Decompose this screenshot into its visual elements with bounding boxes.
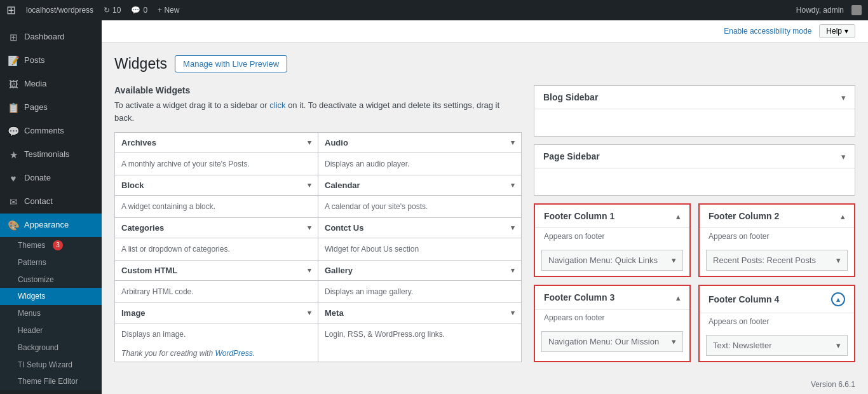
sidebar-item-appearance[interactable]: 🎨 Appearance — [0, 214, 102, 237]
page-sidebar-header[interactable]: Page Sidebar ▾ — [534, 145, 855, 168]
widget-calendar-chevron: ▾ — [511, 181, 515, 189]
sidebar-item-contact[interactable]: ✉ Contact — [0, 190, 102, 214]
footer-column-2-title: Footer Column 2 — [709, 211, 779, 221]
donate-icon: ♥ — [8, 172, 19, 185]
comments-count: 0 — [143, 6, 147, 15]
widget-gallery-header[interactable]: Gallery ▾ — [318, 261, 521, 281]
help-button[interactable]: Help ▾ — [819, 24, 855, 38]
widget-contact-us-header[interactable]: Contct Us ▾ — [318, 218, 521, 238]
footer-column-2-widget-label: Recent Posts: Recent Posts — [713, 255, 816, 265]
sidebar-item-testimonials[interactable]: ★ Testimonials — [0, 143, 102, 166]
page-sidebar-chevron-icon: ▾ — [841, 152, 846, 161]
widget-image-desc: Displays an image. — [115, 323, 318, 345]
footer-column-4-widget[interactable]: Text: Newsletter ▾ — [706, 335, 848, 356]
thanks-link[interactable]: WordPress — [215, 349, 252, 358]
footer-column-2-widget-label-text: Recent Posts: — [713, 255, 764, 265]
site-name[interactable]: localhost/wordpress — [26, 6, 93, 15]
sidebar-label-widgets: Widgets — [18, 291, 45, 302]
widget-block-chevron: ▾ — [308, 181, 311, 189]
comments-item[interactable]: 💬 0 — [131, 6, 147, 15]
sidebar-item-donate[interactable]: ♥ Donate — [0, 166, 102, 190]
widget-calendar-header[interactable]: Calendar ▾ — [318, 175, 521, 196]
footer-column-1-header[interactable]: Footer Column 1 ▴ — [535, 205, 689, 228]
sidebar-item-menus[interactable]: Menus — [0, 305, 102, 322]
widget-gallery: Gallery ▾ Displays an image gallery. — [318, 260, 522, 303]
sidebar-label-ti-setup: TI Setup Wizard — [18, 360, 72, 370]
widget-gallery-desc: Displays an image gallery. — [318, 281, 521, 302]
widget-block-header[interactable]: Block ▾ — [115, 175, 318, 196]
appearance-submenu: Themes 3 Patterns Customize Widgets Menu… — [0, 237, 102, 390]
widget-thanks: Thank you for creating with WordPress. — [115, 345, 318, 362]
sidebar-item-media[interactable]: 🖼 Media — [0, 72, 102, 96]
widget-categories-chevron: ▾ — [308, 224, 311, 232]
sidebar-label-background: Background — [18, 343, 58, 353]
sidebar-item-posts[interactable]: 📝 Posts — [0, 49, 102, 72]
sidebar-item-themes[interactable]: Themes 3 — [0, 237, 102, 254]
widget-custom-html-header[interactable]: Custom HTML ▾ — [115, 261, 318, 281]
footer-row-2: Footer Column 3 ▴ Appears on footer Navi… — [534, 285, 855, 362]
widget-archives-desc: A monthly archive of your site's Posts. — [115, 153, 318, 175]
widget-meta-chevron: ▾ — [511, 309, 515, 317]
updates-item[interactable]: ↻ 10 — [104, 6, 121, 15]
help-chevron-icon: ▾ — [844, 27, 848, 36]
widget-custom-html-name: Custom HTML — [121, 266, 177, 275]
widget-block: Block ▾ A widget containing a block. — [114, 175, 318, 218]
sidebar-label-customize: Customize — [18, 275, 54, 285]
widget-audio-header[interactable]: Audio ▾ — [318, 133, 521, 153]
thanks-text: Thank you for creating with — [121, 349, 213, 358]
sidebar-item-customize[interactable]: Customize — [0, 271, 102, 289]
widget-block-desc: A widget containing a block. — [115, 196, 318, 217]
footer-column-1-desc: Appears on footer — [535, 228, 689, 245]
footer-column-1-widget[interactable]: Navigation Menu: Quick Links ▾ — [541, 250, 683, 271]
sidebar-label-header: Header — [18, 325, 43, 336]
wp-logo-icon[interactable]: ⊞ — [6, 3, 16, 17]
footer-column-1-widget-chevron: ▾ — [672, 255, 676, 265]
sidebar-item-comments[interactable]: 💬 Comments — [0, 119, 102, 143]
footer-column-4-widget-chevron: ▾ — [836, 341, 841, 350]
sidebar-item-ti-setup[interactable]: TI Setup Wizard — [0, 357, 102, 374]
new-content-item[interactable]: + New — [158, 6, 179, 15]
sidebar-item-widgets[interactable]: Widgets — [0, 288, 102, 305]
widget-categories-name: Categories — [121, 223, 164, 233]
footer-column-2-header[interactable]: Footer Column 2 ▴ — [700, 205, 854, 228]
footer-column-2-widget[interactable]: Recent Posts: Recent Posts ▾ — [706, 250, 848, 271]
sidebar-label-media: Media — [24, 78, 46, 90]
live-preview-button[interactable]: Manage with Live Preview — [175, 55, 287, 72]
sidebar-label-testimonials: Testimonials — [24, 149, 70, 160]
footer-column-3-header[interactable]: Footer Column 3 ▴ — [535, 286, 689, 309]
sidebar-item-pages[interactable]: 📋 Pages — [0, 96, 102, 119]
footer-column-2-desc: Appears on footer — [700, 228, 854, 245]
available-widgets-desc: To activate a widget drag it to a sideba… — [114, 99, 521, 124]
widget-categories-header[interactable]: Categories ▾ — [115, 218, 318, 238]
blog-sidebar-header[interactable]: Blog Sidebar ▾ — [534, 86, 855, 109]
footer-column-1-widget-label: Navigation Menu: Quick Links — [548, 255, 658, 265]
widget-image-header[interactable]: Image ▾ — [115, 303, 318, 323]
footer-column-4-header[interactable]: Footer Column 4 ▴ — [700, 286, 854, 313]
available-widgets-panel: Available Widgets To activate a widget d… — [114, 85, 521, 362]
widget-meta-header[interactable]: Meta ▾ — [318, 303, 521, 323]
sidebar-item-header[interactable]: Header — [0, 322, 102, 339]
sidebar-label-patterns: Patterns — [18, 257, 46, 268]
accessibility-mode-link[interactable]: Enable accessibility mode — [724, 27, 811, 36]
sidebar-label-pages: Pages — [24, 102, 48, 113]
sidebar-label-theme-file: Theme File Editor — [18, 376, 78, 387]
thanks-suffix: . — [253, 349, 255, 358]
sidebar-item-dashboard[interactable]: ⊞ Dashboard — [0, 25, 102, 49]
footer-column-3-title: Footer Column 3 — [544, 292, 614, 302]
sidebar-item-theme-file[interactable]: Theme File Editor — [0, 373, 102, 390]
widget-audio-chevron: ▾ — [511, 139, 515, 147]
sidebar-item-patterns[interactable]: Patterns — [0, 254, 102, 271]
widget-custom-html-desc: Arbitrary HTML code. — [115, 281, 318, 302]
footer-column-4-up-icon[interactable]: ▴ — [831, 292, 845, 306]
blog-sidebar-title: Blog Sidebar — [543, 92, 598, 102]
contact-icon: ✉ — [8, 195, 19, 208]
footer-column-4-title: Footer Column 4 — [709, 294, 779, 304]
sidebar-item-background[interactable]: Background — [0, 339, 102, 357]
footer-row-1: Footer Column 1 ▴ Appears on footer Navi… — [534, 203, 855, 277]
widget-archives-header[interactable]: Archives ▾ — [115, 133, 318, 153]
footer-column-3-widget[interactable]: Navigation Menu: Our Mission ▾ — [541, 331, 683, 352]
sidebars-column: Blog Sidebar ▾ Page Sidebar ▾ — [534, 85, 855, 362]
page-title-area: Widgets Manage with Live Preview — [114, 55, 855, 72]
footer-column-4-widget-label: Text: Newsletter — [713, 341, 772, 350]
click-link[interactable]: click — [269, 100, 285, 110]
